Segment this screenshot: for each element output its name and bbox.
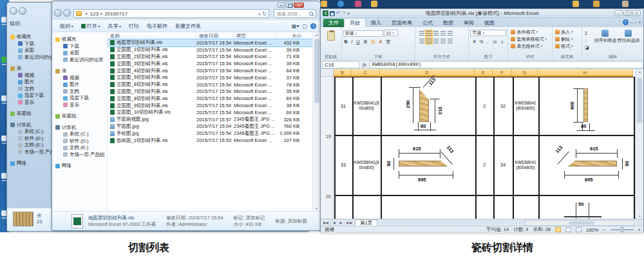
file-row[interactable]: 立面图_3切割砖列表.xls 2015/7/17 15:54 Microsoft… [108,60,312,67]
sidebar-item[interactable]: 库 [10,65,55,72]
zoom-slider-thumb[interactable] [621,227,623,232]
fill-color-button[interactable]: ▨ [370,38,377,45]
column-header[interactable]: 名称 [108,32,196,39]
scroll-up-icon[interactable]: ▲ [638,70,641,74]
indent-icon[interactable] [440,39,446,43]
organize-button[interactable]: 组织 [10,21,20,26]
align-left-icon[interactable] [419,39,424,43]
column-header[interactable]: 大小 [276,32,302,39]
align-middle-icon[interactable] [426,31,431,35]
style-button[interactable]: 条件格式 [511,28,551,35]
sidebar-item[interactable]: 软件 (D:) [10,135,55,143]
sidebar-item[interactable]: 市场一部 产品组（专用） [55,152,107,159]
next-sheet-icon[interactable]: ▶ [338,221,345,225]
minimize-button[interactable] [277,3,285,8]
ribbon-tab[interactable]: 页面布局 [386,19,417,27]
toolbar-button[interactable]: 新建文件夹 [171,21,205,31]
browser-icon[interactable] [337,1,344,7]
file-row[interactable]: 立面图_10切割砖列表.xls 2015/7/17 15:54 Microsof… [108,109,312,116]
sidebar-item[interactable]: 下载 [10,41,55,48]
preview-pane-icon[interactable]: ▢ [302,23,307,29]
folder-icon[interactable] [593,1,600,7]
maximize-button[interactable] [285,3,293,8]
orientation-icon[interactable] [440,31,446,35]
prev-sheet-icon[interactable]: ◀ [331,221,338,225]
zoom-in-icon[interactable]: + [638,227,641,233]
column-header[interactable]: 类型 [234,32,276,39]
sidebar-item[interactable]: 收藏夹 [10,34,55,41]
workbook-restore-icon[interactable]: ▫ [634,20,636,25]
close-button[interactable]: × [632,10,641,16]
cell-b19[interactable]: 31 [334,77,352,135]
minimize-button[interactable]: – [614,10,623,16]
align-top-icon[interactable] [419,31,424,35]
breadcrumb-root[interactable]: 123 [90,11,99,17]
style-button[interactable]: 套用表格格式 [511,35,551,43]
sidebar-item[interactable]: 家庭组 [55,113,107,120]
normal-view-button[interactable] [555,227,561,232]
comma-button[interactable]: , [486,38,489,45]
sidebar-item[interactable]: 系统 (C:) [10,128,55,135]
sidebar-item[interactable]: 文档 [55,88,107,95]
scroll-up-icon[interactable]: ▲ [315,33,318,37]
sidebar-item[interactable]: 库 [55,68,107,75]
column-header[interactable]: B [334,69,352,77]
file-row[interactable]: 立面图_9切割砖列表.xls 2015/7/17 15:54 Microsoft… [108,102,312,109]
column-header[interactable]: C [352,69,380,77]
underline-button[interactable]: U [355,38,361,45]
sidebar-item[interactable]: 桌面 [10,47,55,54]
cell-c20[interactable]: KWD58041(800x800) [352,135,381,195]
file-row[interactable]: 立面图_5切割砖列表.xls 2015/7/17 15:54 Microsoft… [108,74,312,81]
cell-f20[interactable]: 34 [493,135,513,195]
file-row[interactable]: 立面图_1切割砖列表.xls 2015/7/17 15:54 Microsoft… [108,46,312,54]
cell-e19[interactable]: 2 [475,77,493,135]
row-headers[interactable]: 19 20 [321,77,334,219]
file-row[interactable]: 立面图_2切割砖列表.xls 2015/7/17 15:54 Microsoft… [108,54,312,61]
toolbar-button[interactable]: 共享 [104,21,125,31]
sidebar-item[interactable]: 文档 (E:) [10,142,55,149]
toolbar-button[interactable]: 组织 [56,21,77,31]
ribbon-tab[interactable]: 插入 [366,19,386,27]
folder-icon[interactable] [371,1,377,7]
scroll-down-icon[interactable]: ▼ [315,206,318,210]
sidebar-item[interactable]: 网络 [55,163,107,170]
wrap-text-icon[interactable] [448,31,453,35]
font-color-button[interactable]: A [378,38,384,45]
file-row[interactable]: 立面图_6切割砖列表.xls 2015/7/17 15:54 Microsoft… [108,81,312,88]
scrollbar-thumb[interactable] [637,78,642,123]
close-button[interactable] [294,3,304,8]
toolbar-button[interactable]: 打印 [125,21,143,31]
scroll-down-icon[interactable]: ▼ [638,214,641,218]
file-row[interactable]: 手绘图.jpg 2015/7/17 15:54 2345看图王 JPG ... … [108,130,312,137]
column-header[interactable]: H [538,69,633,77]
sidebar-item[interactable]: 最近访问的位置 [55,57,107,64]
sidebar-item[interactable]: 软件 (D:) [55,138,107,145]
ribbon-tab[interactable]: 数据 [438,19,459,27]
cell-c19[interactable]: KWD58041(800x800) [352,77,381,135]
merge-center-icon[interactable] [448,39,453,43]
ribbon-tab[interactable]: 开始 [344,18,366,27]
views-icon[interactable]: ▦▾ [292,23,299,29]
file-tags[interactable]: 标记: 添加标记 [233,215,265,221]
formula-value[interactable]: KWB58058(800x800) [370,61,643,68]
sidebar-item[interactable]: 文档 [10,86,55,93]
sidebar-item[interactable]: 最近访问的位置 [10,54,55,61]
help-icon[interactable]: ? [623,19,629,25]
sidebar-item[interactable]: 网络 [10,160,55,167]
search-input[interactable] [276,11,309,17]
sidebar-item[interactable]: 桌面 [55,50,107,57]
file-row[interactable]: 平面俯视图.jpg 2015/7/17 15:57 2345看图王 JPG ..… [108,116,312,123]
sidebar-item[interactable]: 计算机 [10,122,55,129]
sidebar-item[interactable]: 计算机 [55,125,107,132]
column-header[interactable]: G [512,69,538,77]
percent-button[interactable]: % [478,38,484,45]
fx-icon[interactable]: fx [359,62,370,68]
sidebar-item[interactable]: 市场一部 产品组（专用） [10,149,55,156]
sidebar-item[interactable]: 迅雷下载 [55,95,107,102]
vertical-scrollbar[interactable]: ▲ ▼ [312,32,320,211]
address-dropdown-icon[interactable]: ▾ [258,12,260,16]
vertical-scrollbar[interactable]: ▲ ▼ [635,69,643,219]
refresh-icon[interactable]: ↻ [262,11,267,17]
autosum-button[interactable]: Σ [583,30,589,37]
first-sheet-icon[interactable]: ◀◀ [321,221,331,225]
